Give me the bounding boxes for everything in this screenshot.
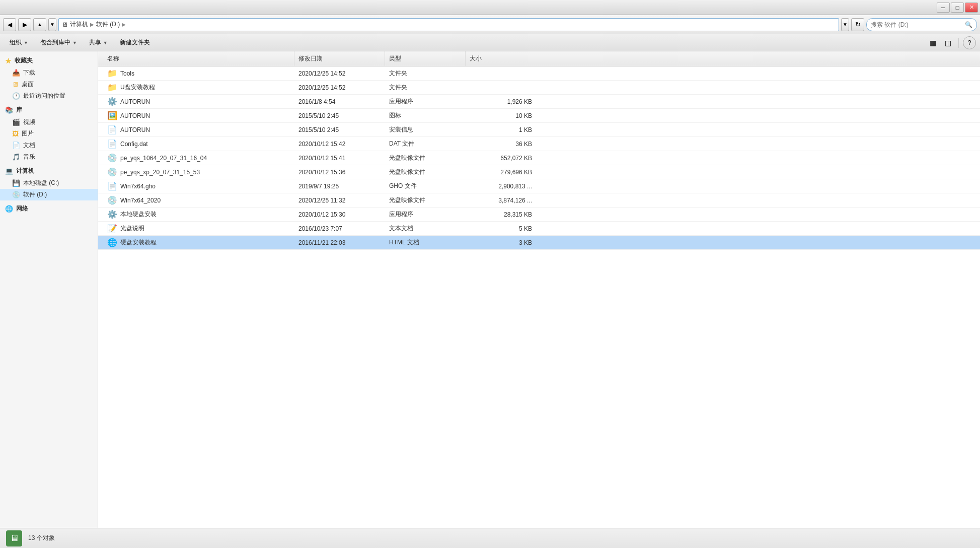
file-type: 文件夹 — [389, 69, 407, 78]
network-header[interactable]: 🌐 网络 — [0, 202, 98, 215]
file-modified: 2020/10/12 15:42 — [298, 141, 345, 148]
file-modified: 2020/12/25 11:32 — [298, 197, 345, 204]
up-button[interactable]: ▲ — [33, 18, 46, 31]
include-in-library-button[interactable]: 包含到库中 ▼ — [35, 36, 83, 49]
column-header-size[interactable]: 大小 — [466, 51, 536, 66]
desktop-icon: 🖥 — [12, 81, 19, 88]
file-modified-cell: 2020/10/12 15:41 — [294, 153, 385, 164]
sidebar-item-downloads[interactable]: 📥 下载 — [0, 67, 98, 79]
table-row[interactable]: 💿 pe_yqs_xp_20_07_31_15_53 2020/10/12 15… — [98, 165, 980, 179]
recent-label: 最近访问的位置 — [23, 92, 65, 100]
crumb-drive[interactable]: 软件 (D:) — [96, 20, 120, 29]
file-name: AUTORUN — [120, 112, 150, 119]
videos-label: 视频 — [23, 118, 35, 126]
file-size: 3 KB — [519, 239, 532, 246]
crumb-computer[interactable]: 计算机 — [70, 20, 88, 29]
file-modified-cell: 2016/10/23 7:07 — [294, 223, 385, 234]
file-modified-cell: 2020/12/25 11:32 — [294, 195, 385, 206]
help-button[interactable]: ? — [963, 36, 976, 49]
file-modified-cell: 2015/5/10 2:45 — [294, 110, 385, 121]
table-row[interactable]: 📄 Config.dat 2020/10/12 15:42 DAT 文件 36 … — [98, 137, 980, 151]
file-list-container: 名称 修改日期 类型 大小 📁 Tools 2020/12/25 14:52 文… — [98, 51, 980, 528]
view-toggle-button[interactable]: ◫ — [941, 36, 954, 49]
address-dropdown-button[interactable]: ▼ — [841, 18, 849, 31]
sidebar-item-docs[interactable]: 📄 文档 — [0, 140, 98, 151]
minimize-button[interactable]: ─ — [937, 3, 950, 13]
file-type: 文本文档 — [389, 224, 413, 233]
file-modified-cell: 2020/12/25 14:52 — [294, 82, 385, 93]
table-row[interactable]: 🖼️ AUTORUN 2015/5/10 2:45 图标 10 KB — [98, 109, 980, 123]
share-button[interactable]: 共享 ▼ — [84, 36, 113, 49]
recent-locations-button[interactable]: ▼ — [48, 18, 56, 31]
file-type: DAT 文件 — [389, 140, 414, 148]
sidebar-item-local-c[interactable]: 💾 本地磁盘 (C:) — [0, 177, 98, 189]
file-name-cell: 📁 Tools — [103, 66, 294, 80]
table-row[interactable]: 📝 光盘说明 2016/10/23 7:07 文本文档 5 KB — [98, 222, 980, 236]
file-modified: 2020/10/12 15:30 — [298, 211, 345, 218]
file-size: 5 KB — [519, 225, 532, 232]
file-name: 光盘说明 — [120, 224, 144, 233]
computer-header[interactable]: 💻 计算机 — [0, 165, 98, 177]
library-icon: 📚 — [5, 106, 13, 114]
organize-button[interactable]: 组织 ▼ — [4, 36, 34, 49]
table-row[interactable]: 📄 Win7x64.gho 2019/9/7 19:25 GHO 文件 2,90… — [98, 179, 980, 193]
file-size: 1 KB — [519, 126, 532, 133]
sidebar-item-images[interactable]: 🖼 图片 — [0, 128, 98, 140]
address-path[interactable]: 🖥 计算机 ▶ 软件 (D:) ▶ — [58, 18, 839, 31]
table-row[interactable]: 💿 Win7x64_2020 2020/12/25 11:32 光盘映像文件 3… — [98, 193, 980, 208]
file-icon: 📁 — [107, 68, 117, 78]
sidebar-item-desktop[interactable]: 🖥 桌面 — [0, 79, 98, 90]
library-header[interactable]: 📚 库 — [0, 104, 98, 116]
table-row[interactable]: ⚙️ AUTORUN 2016/1/8 4:54 应用程序 1,926 KB — [98, 95, 980, 109]
file-icon: 🌐 — [107, 238, 117, 247]
column-header-type[interactable]: 类型 — [385, 51, 466, 66]
file-icon: ⚙️ — [107, 210, 117, 219]
favorites-header[interactable]: ★ 收藏夹 — [0, 54, 98, 67]
close-button[interactable]: ✕ — [965, 3, 978, 13]
file-name-cell: 🌐 硬盘安装教程 — [103, 236, 294, 249]
file-size: 1,926 KB — [507, 98, 532, 105]
status-icon: 🖥 — [6, 530, 22, 546]
table-row[interactable]: 📄 AUTORUN 2015/5/10 2:45 安装信息 1 KB — [98, 123, 980, 137]
file-icon: ⚙️ — [107, 97, 117, 106]
table-row[interactable]: ⚙️ 本地硬盘安装 2020/10/12 15:30 应用程序 28,315 K… — [98, 208, 980, 222]
file-name-cell: 📁 U盘安装教程 — [103, 81, 294, 94]
crumb-sep-1: ▶ — [90, 22, 94, 27]
docs-icon: 📄 — [12, 142, 20, 149]
sidebar-item-local-d[interactable]: 💿 软件 (D:) — [0, 189, 98, 200]
file-icon: 📝 — [107, 224, 117, 233]
column-header-modified[interactable]: 修改日期 — [294, 51, 385, 66]
back-button[interactable]: ◀ — [3, 18, 16, 31]
sidebar-item-videos[interactable]: 🎬 视频 — [0, 116, 98, 128]
computer-section: 💻 计算机 💾 本地磁盘 (C:) 💿 软件 (D:) — [0, 165, 98, 200]
table-row[interactable]: 📁 Tools 2020/12/25 14:52 文件夹 — [98, 66, 980, 81]
table-row[interactable]: 💿 pe_yqs_1064_20_07_31_16_04 2020/10/12 … — [98, 151, 980, 165]
breadcrumb: 🖥 计算机 ▶ 软件 (D:) ▶ — [62, 20, 126, 29]
search-input[interactable] — [871, 21, 963, 28]
file-size-cell — [466, 86, 536, 90]
drive-c-icon: 💾 — [12, 179, 20, 187]
forward-button[interactable]: ▶ — [18, 18, 31, 31]
table-row[interactable]: 🌐 硬盘安装教程 2016/11/21 22:03 HTML 文档 3 KB — [98, 236, 980, 250]
file-modified: 2016/1/8 4:54 — [298, 98, 335, 105]
column-header-name[interactable]: 名称 — [103, 51, 294, 66]
view-options-button[interactable]: ▦ — [926, 36, 939, 49]
file-name: Win7x64.gho — [120, 183, 156, 190]
sidebar-item-recent[interactable]: 🕐 最近访问的位置 — [0, 90, 98, 102]
refresh-button[interactable]: ↻ — [851, 18, 864, 31]
file-type: 图标 — [389, 111, 401, 120]
file-name-cell: ⚙️ 本地硬盘安装 — [103, 208, 294, 221]
toolbar: 组织 ▼ 包含到库中 ▼ 共享 ▼ 新建文件夹 ▦ ◫ ? — [0, 34, 980, 51]
sidebar-item-music[interactable]: 🎵 音乐 — [0, 151, 98, 163]
maximize-button[interactable]: □ — [951, 3, 964, 13]
new-folder-button[interactable]: 新建文件夹 — [114, 36, 156, 49]
file-modified: 2015/5/10 2:45 — [298, 112, 339, 119]
file-type-cell: 安装信息 — [385, 123, 466, 136]
desktop-label: 桌面 — [22, 80, 34, 89]
file-modified: 2016/11/21 22:03 — [298, 239, 345, 246]
file-type-cell: 应用程序 — [385, 208, 466, 221]
table-row[interactable]: 📁 U盘安装教程 2020/12/25 14:52 文件夹 — [98, 81, 980, 95]
file-size-cell — [466, 72, 536, 76]
file-size: 10 KB — [515, 112, 532, 119]
images-label: 图片 — [22, 129, 34, 138]
